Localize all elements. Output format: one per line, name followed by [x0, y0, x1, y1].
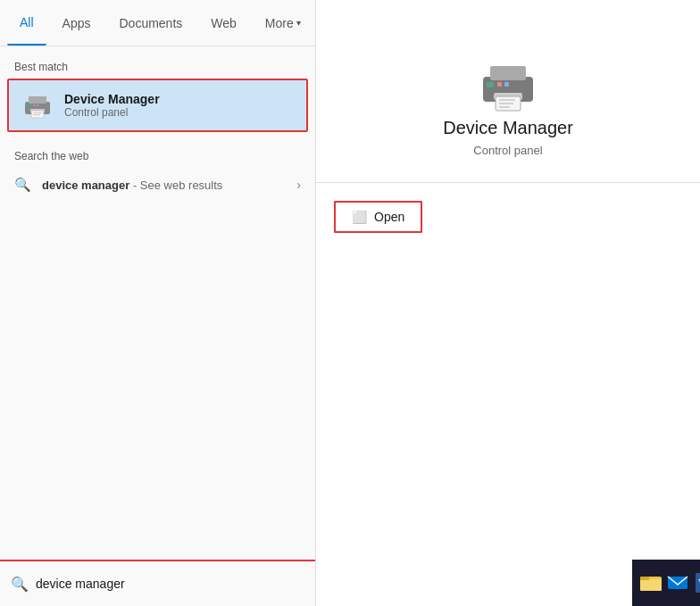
svg-rect-6 — [31, 111, 44, 118]
best-match-subtitle: Control panel — [64, 106, 160, 119]
detail-app-category: Control panel — [473, 144, 542, 157]
detail-content: Device Manager Control panel ⬜ Open — [316, 0, 700, 606]
svg-rect-21 — [640, 577, 649, 580]
best-match-title: Device Manager — [64, 92, 160, 106]
taskbar-word[interactable]: W — [693, 563, 700, 602]
open-button-label: Open — [374, 210, 404, 224]
detail-divider — [316, 182, 700, 183]
web-section-label: Search the web — [0, 146, 315, 168]
svg-rect-10 — [490, 66, 526, 80]
svg-rect-20 — [640, 579, 662, 591]
tab-web[interactable]: Web — [198, 0, 249, 46]
taskbar-file-explorer[interactable] — [639, 563, 662, 602]
file-explorer-icon — [639, 571, 662, 594]
search-icon: 🔍 — [14, 177, 31, 193]
detail-app-name: Device Manager — [443, 118, 573, 138]
svg-rect-3 — [28, 104, 31, 107]
search-input[interactable] — [36, 577, 304, 591]
tab-all[interactable]: All — [7, 0, 46, 46]
device-manager-icon-large — [476, 54, 540, 118]
web-item-chevron-icon: › — [296, 178, 301, 192]
open-icon: ⬜ — [352, 210, 367, 224]
search-box-container: 🔍 — [0, 560, 315, 606]
web-item-text: device manager - See web results — [42, 178, 286, 192]
chevron-down-icon: ▾ — [296, 18, 301, 28]
taskbar: W μ — [632, 560, 700, 606]
svg-rect-12 — [487, 82, 494, 87]
see-results-text: - See web results — [133, 178, 222, 192]
device-manager-icon-small — [21, 89, 54, 121]
mail-icon — [666, 571, 689, 594]
svg-rect-14 — [504, 82, 509, 87]
svg-rect-1 — [29, 96, 46, 104]
best-match-text: Device Manager Control panel — [64, 92, 160, 119]
open-button-container: ⬜ Open — [316, 201, 700, 233]
web-search-item[interactable]: 🔍 device manager - See web results › — [0, 168, 315, 202]
tab-apps[interactable]: Apps — [50, 0, 104, 46]
taskbar-mail[interactable] — [666, 563, 689, 602]
best-match-item[interactable]: Device Manager Control panel — [7, 79, 308, 132]
detail-panel: Device Manager Control panel ⬜ Open — [316, 0, 700, 606]
search-panel: All Apps Documents Web More ▾ 👤 ··· Best… — [0, 0, 316, 606]
tab-documents[interactable]: Documents — [106, 0, 195, 46]
svg-rect-5 — [37, 104, 38, 106]
web-query: device manager — [42, 178, 129, 192]
search-box-icon: 🔍 — [11, 576, 29, 593]
open-button[interactable]: ⬜ Open — [334, 201, 422, 233]
web-section: Search the web 🔍 device manager - See we… — [0, 146, 315, 202]
tab-bar: All Apps Documents Web More ▾ 👤 ··· — [0, 0, 315, 46]
svg-rect-4 — [33, 104, 35, 106]
search-content: Best match Device Manager Control panel — [0, 46, 315, 560]
best-match-label: Best match — [0, 57, 315, 79]
svg-rect-13 — [497, 82, 502, 87]
tab-more[interactable]: More ▾ — [253, 0, 313, 46]
word-icon: W — [693, 571, 700, 594]
